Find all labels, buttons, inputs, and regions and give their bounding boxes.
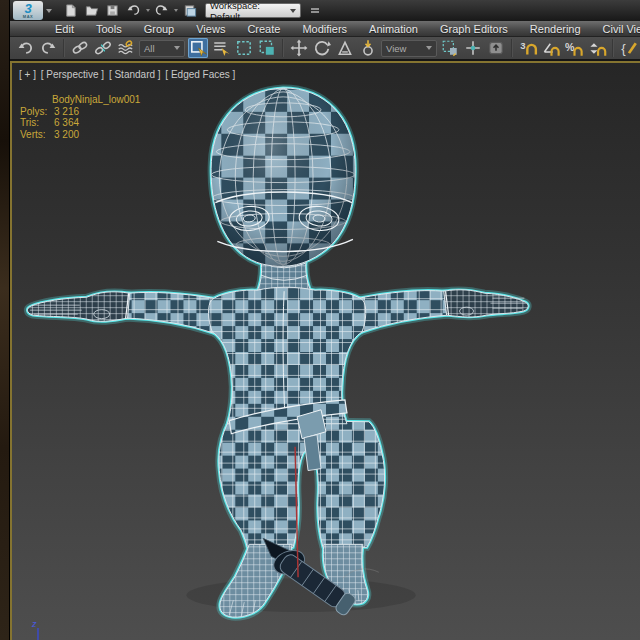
stats-row: Verts: 3 200: [20, 129, 140, 141]
scale-icon: [336, 39, 354, 57]
svg-text:3: 3: [520, 39, 525, 50]
menu-views[interactable]: Views: [185, 23, 236, 35]
ninja-model[interactable]: [27, 88, 528, 617]
menu-group[interactable]: Group: [133, 23, 186, 35]
viewport-menu-shading[interactable]: [ Edged Faces ]: [165, 69, 235, 80]
redo-button[interactable]: [152, 2, 171, 20]
unlink-icon: [94, 39, 112, 57]
spinner-snap-toggle-button[interactable]: [587, 38, 607, 58]
select-and-scale-button[interactable]: [335, 38, 355, 58]
stats-verts-label: Verts:: [20, 129, 54, 141]
selection-filter-value: All: [144, 43, 155, 54]
manipulate-icon: [464, 39, 482, 57]
application-menu-button[interactable]: 3 MAX: [13, 1, 43, 20]
select-and-move-button[interactable]: [289, 38, 309, 58]
quick-access-toolbar: [61, 2, 199, 20]
open-file-icon: [84, 3, 100, 18]
select-by-name-icon: [212, 39, 230, 57]
workspace-dropdown[interactable]: Workspace: Default: [205, 3, 301, 18]
select-object-button[interactable]: [188, 38, 208, 58]
bind-spacewarp-icon: [117, 39, 135, 57]
snaps-toggle-button[interactable]: 3: [518, 38, 538, 58]
undo-button[interactable]: [124, 2, 143, 20]
toolbar-separator: [511, 39, 513, 57]
reference-coordinate-value: View: [386, 43, 406, 54]
toolbar-separator: [282, 39, 284, 57]
unlink-selection-button[interactable]: [93, 38, 113, 58]
select-and-place-button[interactable]: [358, 38, 378, 58]
menu-animation[interactable]: Animation: [358, 23, 429, 35]
use-pivot-center-button[interactable]: [440, 38, 460, 58]
selection-filter-arrow-icon: [174, 46, 180, 50]
svg-text:{: {: [621, 41, 626, 56]
save-file-button[interactable]: [103, 2, 122, 20]
viewport-menu-pov[interactable]: [ Perspective ]: [41, 69, 104, 80]
redo-scene-button[interactable]: [38, 38, 58, 58]
toolbar-separator: [63, 39, 65, 57]
keyboard-override-icon: [487, 39, 505, 57]
overflow-icon: [309, 5, 321, 17]
toolbar-overflow-button[interactable]: [305, 2, 324, 20]
perspective-viewport[interactable]: [ + ] [ Perspective ] [ Standard ] [ Edg…: [10, 61, 640, 640]
mesh-arm-left: [126, 292, 214, 333]
menu-civil-view[interactable]: Civil View: [592, 23, 640, 35]
mesh-arm-right: [359, 291, 449, 333]
selection-filter-dropdown[interactable]: All: [139, 40, 185, 57]
stats-tris-label: Tris:: [20, 117, 54, 129]
undo-icon: [17, 40, 34, 57]
stats-tris-value: 6 364: [54, 117, 79, 129]
percent-snap-icon: %: [565, 39, 584, 58]
new-scene-button[interactable]: [61, 2, 80, 20]
named-sets-icon: {: [620, 39, 638, 57]
menu-rendering[interactable]: Rendering: [519, 23, 592, 35]
open-file-button[interactable]: [82, 2, 101, 20]
window-crossing-toggle-button[interactable]: [257, 38, 277, 58]
select-and-link-button[interactable]: [70, 38, 90, 58]
angle-snap-icon: [542, 39, 561, 58]
reference-coordinate-dropdown[interactable]: View: [381, 40, 437, 57]
select-by-name-button[interactable]: [211, 38, 231, 58]
select-object-icon: [189, 39, 207, 57]
stats-object-name: BodyNinjaL_low001: [52, 94, 140, 106]
axis-z-label: z: [31, 619, 37, 629]
viewport-menu-general[interactable]: [ + ]: [19, 69, 36, 80]
viewport-menu-renderer[interactable]: [ Standard ]: [109, 69, 161, 80]
rectangular-selection-region-button[interactable]: [234, 38, 254, 58]
desktop-edge: [0, 0, 10, 640]
undo-scene-button[interactable]: [15, 38, 35, 58]
main-toolbar: All View: [10, 37, 640, 61]
edit-named-selection-sets-button[interactable]: {: [619, 38, 639, 58]
menu-tools[interactable]: Tools: [85, 23, 133, 35]
stats-polys-label: Polys:: [20, 106, 54, 118]
redo-dropdown-icon[interactable]: [174, 9, 178, 12]
redo-icon: [154, 3, 169, 18]
title-bar: 3 MAX Works: [10, 0, 640, 21]
save-file-icon: [105, 3, 120, 18]
stats-polys-value: 3 216: [54, 106, 79, 118]
menu-edit[interactable]: Edit: [44, 23, 85, 35]
menu-bar: Edit Tools Group Views Create Modifiers …: [10, 21, 640, 37]
workspace-switcher-button[interactable]: [180, 2, 199, 20]
app-menu-caret-icon[interactable]: [46, 9, 52, 13]
link-icon: [71, 39, 89, 57]
window-crossing-icon: [258, 39, 276, 57]
bind-to-spacewarp-button[interactable]: [116, 38, 136, 58]
menu-graph-editors[interactable]: Graph Editors: [429, 23, 519, 35]
menu-modifiers[interactable]: Modifiers: [291, 23, 358, 35]
world-axis-gizmo: z: [26, 618, 56, 640]
move-icon: [290, 39, 308, 57]
select-and-rotate-button[interactable]: [312, 38, 332, 58]
keyboard-shortcut-override-button[interactable]: [486, 38, 506, 58]
undo-dropdown-icon[interactable]: [146, 9, 150, 12]
rect-region-icon: [235, 39, 253, 57]
percent-snap-toggle-button[interactable]: %: [564, 38, 584, 58]
toolbar-separator: [612, 39, 614, 57]
scene-render: [12, 63, 640, 640]
menu-create[interactable]: Create: [236, 23, 291, 35]
application-window: 3 MAX Works: [0, 0, 640, 640]
select-and-manipulate-button[interactable]: [463, 38, 483, 58]
workspace-dropdown-value: Workspace: Default: [210, 0, 290, 22]
angle-snap-toggle-button[interactable]: [541, 38, 561, 58]
placement-icon: [359, 39, 377, 57]
mesh-hand-right: [444, 290, 529, 317]
